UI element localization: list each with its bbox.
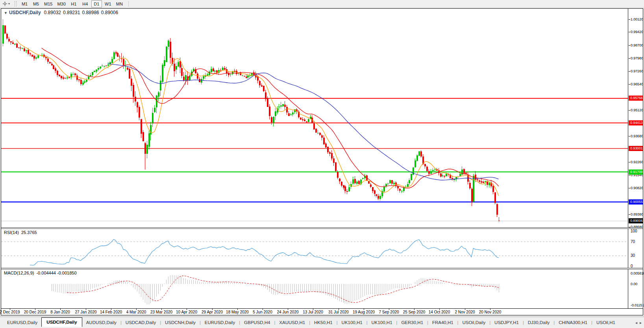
hline-price-label: 0.94413: [629, 120, 643, 125]
chart-tab-xauusd-h1[interactable]: XAUUSD,H1: [275, 319, 309, 327]
macd-axis[interactable]: 0.0058180.00-0.01151: [629, 269, 643, 308]
chart-tab-bar: EURUSD,DailyUSDCHF,DailyAUDUSD,Daily|USD…: [0, 317, 644, 327]
chart-tab-uk100-h1[interactable]: UK100,H1: [338, 319, 366, 327]
rsi-line: [30, 240, 499, 265]
ohlc-low-value: 0.88986: [82, 10, 99, 15]
chart-tab-usoil-h1[interactable]: USOil,H1: [592, 319, 619, 327]
date-axis-label: 20 Nov 2020: [476, 310, 504, 314]
date-axis-label: 2 Dec 2019: [0, 310, 24, 314]
price-axis-tick-mark: [629, 71, 630, 72]
price-axis-tick: 0.98700: [631, 43, 643, 48]
macd-canvas[interactable]: [1, 269, 628, 308]
ohlc-high-value: 0.89231: [63, 10, 80, 15]
down-candle-bodies: [4, 26, 500, 221]
date-axis-label: 25 Sep 2020: [400, 310, 428, 314]
hline-price-label: 0.95766: [629, 96, 643, 101]
down-candle-wicks: [5, 25, 499, 221]
ohlc-open-value: 0.89032: [44, 10, 61, 15]
chart-tab-usdcad-daily[interactable]: USDCAD,Daily: [122, 319, 160, 327]
price-chart-canvas[interactable]: [1, 9, 628, 227]
hline-price-label: 0.91709: [629, 170, 643, 175]
date-axis-label: 8 Jan 2020: [46, 310, 74, 314]
chart-tab-audusd-daily[interactable]: AUDUSD,Daily: [82, 319, 120, 327]
timeframe-button-m1[interactable]: M1: [19, 0, 30, 7]
timeframe-button-h1[interactable]: H1: [68, 0, 79, 7]
hline-price-label: 0.93001: [629, 146, 643, 151]
macd-main-value: -0.004444: [36, 271, 56, 275]
top-toolbar: ▾ M1M5M15M30H1H4D1W1MN: [0, 0, 644, 8]
mt4-application: { "toolbar": { "timeframes": ["M1","M5",…: [0, 0, 644, 328]
macd-signal-value: -0.001850: [57, 271, 77, 275]
price-axis[interactable]: 1.001200.994200.987000.979800.972600.965…: [629, 9, 643, 227]
date-axis-label: 13 Jul 2020: [299, 310, 327, 314]
macd-histogram: [52, 275, 499, 304]
price-axis-tick-mark: [629, 214, 630, 215]
chart-tab-china300-h1[interactable]: CHINA300,H1: [555, 319, 591, 327]
crosshair-tool-button[interactable]: ▾: [1, 0, 11, 7]
date-axis-label: 18 May 2020: [224, 310, 251, 314]
rsi-title: RSI(14): [4, 230, 19, 235]
price-axis-tick-mark: [629, 110, 630, 111]
date-axis-label: 27 Jan 2020: [72, 310, 100, 314]
price-axis-tick: 0.92260: [631, 160, 643, 164]
timeframe-button-m30[interactable]: M30: [55, 0, 67, 7]
collapse-triangle-icon[interactable]: ▼: [4, 11, 7, 15]
price-axis-tick-mark: [629, 45, 630, 46]
rsi-pane: 10070300 RSI(14)25.3765: [1, 229, 643, 268]
chart-window: 1.001200.994200.987000.979800.972600.965…: [1, 8, 643, 315]
tab-scroll-arrows: ◂▸: [634, 321, 643, 325]
price-axis-tick-mark: [629, 188, 630, 188]
date-axis-label: 31 Jul 2020: [325, 310, 352, 314]
timeframe-button-h4[interactable]: H4: [80, 0, 91, 7]
rsi-canvas[interactable]: [1, 229, 628, 268]
tab-scroll-right-icon[interactable]: ▸: [638, 321, 643, 325]
date-axis-label: 19 Aug 2020: [350, 310, 378, 314]
macd-pane: 0.0058180.00-0.01151 MACD(12,26,9)-0.004…: [1, 269, 643, 308]
date-axis-label: 2 Nov 2020: [451, 310, 479, 314]
chart-tab-usdchf-daily[interactable]: USDCHF,Daily: [41, 317, 82, 327]
price-axis-tick: 0.93680: [631, 134, 643, 138]
timeframe-button-mn[interactable]: MN: [114, 0, 125, 7]
chart-tab-fra40-h1[interactable]: FRA40,H1: [428, 319, 457, 327]
rsi-axis-tick: 30: [631, 253, 643, 258]
timeframe-button-m15[interactable]: M15: [42, 0, 54, 7]
moving-average-21[interactable]: [42, 48, 499, 188]
macd-title: MACD(12,26,9): [4, 271, 34, 275]
date-axis-label: 29 Apr 2020: [198, 310, 226, 314]
date-axis-label: 23 Mar 2020: [148, 310, 175, 314]
rsi-label: RSI(14)25.3765: [4, 230, 37, 235]
chart-tab-dj30-daily[interactable]: DJ30,Daily: [524, 319, 554, 327]
chevron-down-icon: ▾: [8, 2, 10, 6]
chart-symbol-label: USDCHF,Daily: [9, 10, 41, 15]
price-axis-tick: 0.95120: [631, 108, 643, 112]
tab-scroll-left-icon[interactable]: ◂: [634, 321, 638, 325]
ohlc-close-value: 0.89006: [101, 10, 118, 15]
chart-tab-usoil-daily[interactable]: USOil,Daily: [458, 319, 489, 327]
toolbar-grip[interactable]: [15, 1, 17, 7]
timeframe-button-d1[interactable]: D1: [91, 0, 102, 7]
chart-tab-usdcnh-daily[interactable]: USDCNH,Daily: [161, 319, 200, 327]
chart-tabs: EURUSD,DailyUSDCHF,DailyAUDUSD,Daily|USD…: [0, 317, 619, 327]
up-candle-wicks: [3, 19, 489, 202]
chart-tab-eurusd-daily[interactable]: EURUSD,Daily: [201, 319, 239, 327]
price-axis-tick-mark: [629, 162, 630, 162]
chart-tab-eurusd-daily[interactable]: EURUSD,Daily: [3, 319, 41, 327]
chart-tab-gbpusd-h4[interactable]: GBPUSD,H4: [240, 319, 274, 327]
timeframe-button-w1[interactable]: W1: [103, 0, 113, 7]
rsi-axis-tick: 70: [631, 240, 643, 244]
timeframe-button-m5[interactable]: M5: [31, 0, 41, 7]
chart-tab-hk50-h1[interactable]: HK50,H1: [310, 319, 337, 327]
date-axis[interactable]: 2 Dec 201920 Dec 20198 Jan 202027 Jan 20…: [1, 308, 643, 315]
macd-label: MACD(12,26,9)-0.004444 -0.001850: [4, 271, 77, 275]
date-axis-label: 10 Apr 2020: [173, 310, 200, 314]
chart-tab-uk100-h1[interactable]: UK100,H1: [368, 319, 396, 327]
rsi-axis[interactable]: 10070300: [629, 229, 643, 268]
timeframe-group: M1M5M15M30H1H4D1W1MN: [19, 0, 125, 8]
chart-tab-ger30-h1[interactable]: GER30,H1: [397, 319, 427, 327]
macd-axis-tick: 0.00: [631, 282, 643, 286]
crosshair-icon: [2, 1, 7, 6]
hline-price-label: 0.90055: [629, 199, 643, 205]
price-axis-tick: 1.00120: [631, 17, 643, 22]
price-axis-tick: 0.96540: [631, 82, 643, 87]
chart-tab-usdjpy-h1[interactable]: USDJPY,H1: [490, 319, 523, 327]
